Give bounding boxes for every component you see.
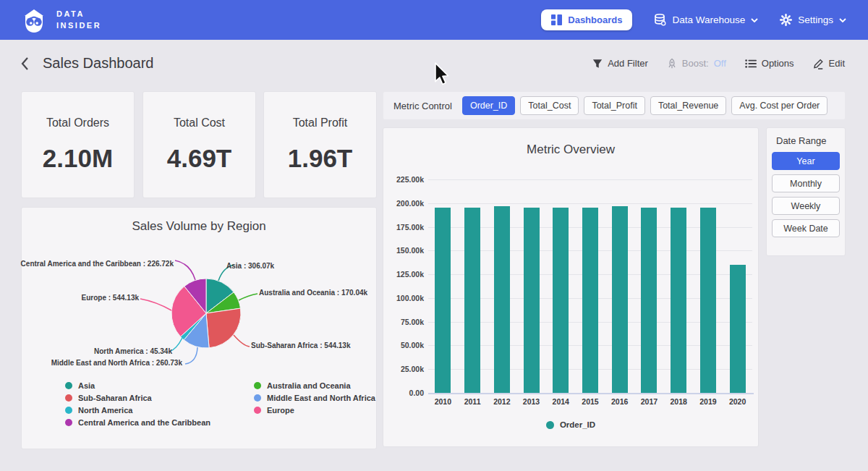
dashboard-header: Sales Dashboard Add Filter Boost: Off <box>0 40 868 87</box>
settings-menu[interactable]: Settings <box>780 14 846 26</box>
pie-legend-item[interactable]: Australia and Oceania <box>254 381 375 390</box>
pie-legend-item[interactable]: Central America and the Caribbean <box>65 418 210 427</box>
metric-control-bar: Metric Control Order_IDTotal_CostTotal_P… <box>383 92 845 119</box>
bar-2016[interactable] <box>612 206 628 393</box>
options-button[interactable]: Options <box>745 58 794 69</box>
boost-label: Boost: <box>682 58 709 69</box>
bar-2019[interactable] <box>700 208 716 393</box>
bar-2013[interactable] <box>524 208 540 393</box>
gridline <box>428 179 752 180</box>
metric-button-total-profit[interactable]: Total_Profit <box>584 96 645 115</box>
legend-dot <box>65 394 72 402</box>
date-range-button-monthly[interactable]: Monthly <box>772 174 840 192</box>
legend-label: Australia and Oceania <box>267 381 351 390</box>
pie-legend-item[interactable]: Middle East and North Africa <box>254 394 375 402</box>
metric-overview-chart: Metric Overview 0.0025.00k50.00k75.00k10… <box>383 128 758 446</box>
pie-callout-label: Asia : 306.07k <box>226 262 274 270</box>
legend-label: Central America and the Caribbean <box>78 418 210 427</box>
legend-label: Middle East and North Africa <box>267 394 375 402</box>
data-warehouse-menu[interactable]: Data Warehouse <box>654 14 758 26</box>
brand-text-line2: INSIDER <box>56 20 101 31</box>
bar-2015[interactable] <box>582 208 598 393</box>
bar-2014[interactable] <box>553 208 569 393</box>
add-filter-button[interactable]: Add Filter <box>592 58 648 69</box>
metric-button-avg-cost-per-order[interactable]: Avg. Cost per Order <box>731 96 827 115</box>
pie-leader-line <box>239 294 258 300</box>
legend-dot <box>65 382 72 389</box>
pie-legend-item[interactable]: Europe <box>254 406 375 415</box>
gear-icon <box>780 14 792 26</box>
filter-funnel-icon <box>592 59 603 69</box>
legend-label: Asia <box>78 381 95 390</box>
list-options-icon <box>745 59 757 69</box>
x-axis-tick-label: 2015 <box>576 397 605 406</box>
pie-legend-item[interactable]: Asia <box>65 381 210 390</box>
pie-slice-sub-saharan-africa[interactable] <box>206 308 241 348</box>
boost-toggle[interactable]: Boost: Off <box>667 58 726 69</box>
x-axis-tick-label: 2010 <box>428 397 458 406</box>
y-axis-tick-label: 0.00 <box>383 389 424 397</box>
x-axis-tick-label: 2018 <box>664 397 694 406</box>
pie-leader-line <box>234 335 250 347</box>
pie-legend-column: Australia and OceaniaMiddle East and Nor… <box>254 381 375 427</box>
pie-legend-column: AsiaSub-Saharan AfricaNorth AmericaCentr… <box>65 381 210 427</box>
options-label: Options <box>762 58 794 69</box>
chevron-down-icon <box>751 18 758 22</box>
chevron-left-icon <box>20 56 30 71</box>
y-axis-tick-label: 150.00k <box>383 246 424 255</box>
boost-state: Off <box>714 58 726 69</box>
date-range-button-weekly[interactable]: Weekly <box>772 197 840 215</box>
bar-chart-legend-item[interactable]: Order_ID <box>383 420 758 429</box>
metric-button-order-id[interactable]: Order_ID <box>462 96 515 115</box>
page-title: Sales Dashboard <box>43 55 153 72</box>
bar-2017[interactable] <box>641 208 657 393</box>
kpi-label: Total Cost <box>174 116 225 130</box>
brand-text-line1: DATA <box>56 9 101 20</box>
pie-callout-label: North America : 45.34k <box>94 347 172 355</box>
pie-legend-item[interactable]: Sub-Saharan Africa <box>65 394 210 402</box>
pie-legend-item[interactable]: North America <box>65 406 210 415</box>
legend-label: Order_ID <box>560 420 595 429</box>
y-axis-tick-label: 175.00k <box>383 223 424 232</box>
pie-callout-label: Europe : 544.13k <box>82 294 139 302</box>
bar-2010[interactable] <box>435 208 451 393</box>
kpi-value: 1.96T <box>288 144 353 173</box>
x-axis-tick-label: 2016 <box>605 397 634 406</box>
edit-button[interactable]: Edit <box>813 58 845 69</box>
legend-dot <box>254 394 261 402</box>
back-button[interactable] <box>20 56 30 71</box>
dashboards-grid-icon <box>551 14 562 25</box>
add-filter-label: Add Filter <box>608 58 648 69</box>
gridline <box>428 203 752 204</box>
kpi-card-total-profit: Total Profit 1.96T <box>264 92 376 198</box>
top-nav-bar: DATA INSIDER Dashboards Data Warehouse <box>0 0 868 40</box>
legend-dot <box>65 407 72 414</box>
date-range-button-week-date[interactable]: Week Date <box>772 219 840 237</box>
y-axis-tick-label: 125.00k <box>383 270 424 279</box>
metric-button-total-cost[interactable]: Total_Cost <box>520 96 579 115</box>
y-axis-tick-label: 75.00k <box>383 318 424 326</box>
pie-callout-label: Sub-Saharan Africa : 544.13k <box>251 341 350 349</box>
metric-button-total-revenue[interactable]: Total_Revenue <box>650 96 726 115</box>
pencil-icon <box>813 58 824 69</box>
legend-dot <box>254 407 261 414</box>
legend-label: Europe <box>267 406 294 415</box>
legend-dot <box>254 382 261 389</box>
rocket-icon <box>667 58 677 69</box>
settings-label: Settings <box>798 14 833 25</box>
bar-2020[interactable] <box>730 265 746 393</box>
x-axis-tick-label: 2014 <box>546 397 576 406</box>
kpi-value: 2.10M <box>43 144 113 173</box>
y-axis-tick-label: 25.00k <box>383 365 424 373</box>
bar-2011[interactable] <box>464 208 480 393</box>
x-axis-tick-label: 2013 <box>516 397 546 406</box>
y-axis-tick-label: 50.00k <box>383 341 424 349</box>
bar-2018[interactable] <box>671 208 686 393</box>
date-range-button-year[interactable]: Year <box>772 152 840 170</box>
legend-label: Sub-Saharan Africa <box>78 394 152 402</box>
pie-callout-label: Middle East and North Africa : 260.73k <box>51 359 182 367</box>
dashboards-button[interactable]: Dashboards <box>541 9 632 30</box>
bar-2012[interactable] <box>494 206 510 393</box>
x-axis-tick-label: 2017 <box>634 397 664 406</box>
legend-label: North America <box>78 406 132 415</box>
